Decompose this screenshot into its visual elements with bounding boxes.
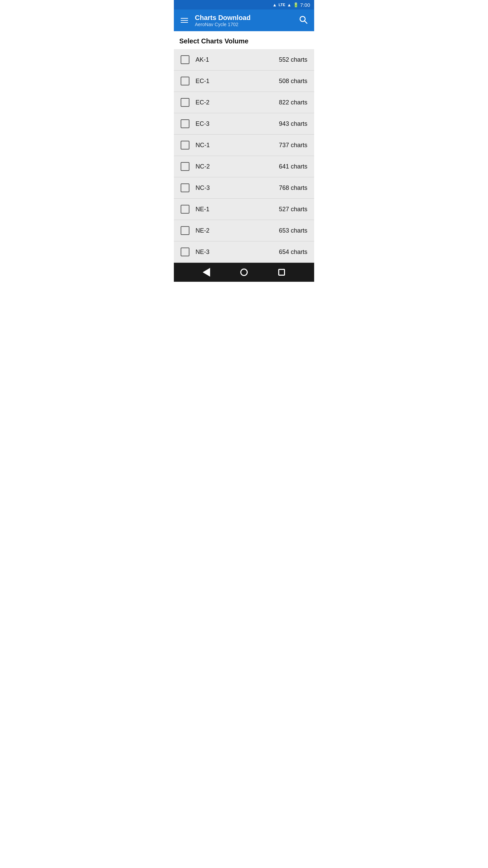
list-item-left: NC-3	[181, 183, 210, 192]
item-count: 737 charts	[279, 142, 307, 149]
section-header: Select Charts Volume	[174, 31, 314, 49]
checkbox-EC-2[interactable]	[181, 98, 189, 107]
menu-icon	[181, 20, 188, 21]
back-icon	[203, 268, 210, 277]
list-item-left: EC-1	[181, 77, 209, 85]
checkbox-NC-1[interactable]	[181, 141, 189, 150]
status-bar: ▲ LTE ▲ 🔋 7:00	[174, 0, 314, 9]
item-count: 822 charts	[279, 99, 307, 106]
svg-line-1	[305, 21, 307, 23]
app-title: Charts Download	[195, 14, 250, 22]
item-count: 641 charts	[279, 163, 307, 170]
checkbox-NE-1[interactable]	[181, 205, 189, 214]
list-item[interactable]: NC-2641 charts	[174, 156, 314, 177]
recent-button[interactable]	[274, 265, 289, 280]
checkbox-AK-1[interactable]	[181, 55, 189, 64]
list-item-left: NC-2	[181, 162, 210, 171]
recent-icon	[278, 269, 285, 276]
checkbox-EC-3[interactable]	[181, 119, 189, 128]
lte-icon: LTE	[279, 3, 285, 7]
battery-icon: 🔋	[293, 2, 299, 7]
item-count: 654 charts	[279, 249, 307, 256]
home-button[interactable]	[237, 265, 251, 280]
item-label: EC-1	[196, 78, 209, 85]
item-count: 768 charts	[279, 184, 307, 192]
item-count: 508 charts	[279, 78, 307, 85]
item-label: NE-1	[196, 206, 209, 213]
list-item-left: NE-2	[181, 226, 209, 235]
list-item[interactable]: EC-2822 charts	[174, 92, 314, 113]
app-bar-left: Charts Download AeroNav Cycle 1702	[179, 14, 250, 27]
nav-bar	[174, 263, 314, 282]
checkbox-NE-2[interactable]	[181, 226, 189, 235]
back-button[interactable]	[199, 265, 214, 280]
home-icon	[240, 269, 248, 276]
menu-icon	[181, 22, 188, 23]
list-item[interactable]: NC-1737 charts	[174, 135, 314, 156]
list-item-left: NE-3	[181, 248, 209, 256]
checkbox-NC-3[interactable]	[181, 183, 189, 192]
section-title: Select Charts Volume	[179, 37, 248, 45]
item-label: AK-1	[196, 56, 209, 63]
item-count: 653 charts	[279, 227, 307, 234]
checkbox-NE-3[interactable]	[181, 248, 189, 256]
search-button[interactable]	[297, 14, 309, 27]
list-item[interactable]: EC-3943 charts	[174, 113, 314, 135]
item-label: NC-3	[196, 184, 210, 192]
app-bar: Charts Download AeroNav Cycle 1702	[174, 9, 314, 31]
signal-icon: ▲	[287, 2, 291, 7]
list-item[interactable]: NC-3768 charts	[174, 177, 314, 199]
checkbox-EC-1[interactable]	[181, 77, 189, 85]
status-icons: ▲ LTE ▲ 🔋 7:00	[272, 2, 310, 8]
item-count: 943 charts	[279, 120, 307, 127]
item-label: NC-1	[196, 142, 210, 149]
wifi-icon: ▲	[272, 2, 277, 7]
item-count: 527 charts	[279, 206, 307, 213]
item-label: NE-2	[196, 227, 209, 234]
list-item-left: EC-2	[181, 98, 209, 107]
list-item-left: NE-1	[181, 205, 209, 214]
list-item-left: EC-3	[181, 119, 209, 128]
app-subtitle: AeroNav Cycle 1702	[195, 22, 250, 27]
list-item[interactable]: NE-2653 charts	[174, 220, 314, 241]
list-item[interactable]: EC-1508 charts	[174, 71, 314, 92]
item-label: EC-2	[196, 99, 209, 106]
list-item-left: NC-1	[181, 141, 210, 150]
menu-button[interactable]	[179, 17, 189, 24]
list-item[interactable]: AK-1552 charts	[174, 49, 314, 71]
menu-icon	[181, 18, 188, 19]
item-count: 552 charts	[279, 56, 307, 63]
checkbox-NC-2[interactable]	[181, 162, 189, 171]
item-label: NE-3	[196, 249, 209, 256]
item-label: EC-3	[196, 120, 209, 127]
list-item[interactable]: NE-1527 charts	[174, 199, 314, 220]
status-time: 7:00	[300, 2, 310, 8]
list-item[interactable]: NE-3654 charts	[174, 241, 314, 263]
item-label: NC-2	[196, 163, 210, 170]
list-item-left: AK-1	[181, 55, 209, 64]
charts-list: AK-1552 chartsEC-1508 chartsEC-2822 char…	[174, 49, 314, 263]
app-bar-titles: Charts Download AeroNav Cycle 1702	[195, 14, 250, 27]
